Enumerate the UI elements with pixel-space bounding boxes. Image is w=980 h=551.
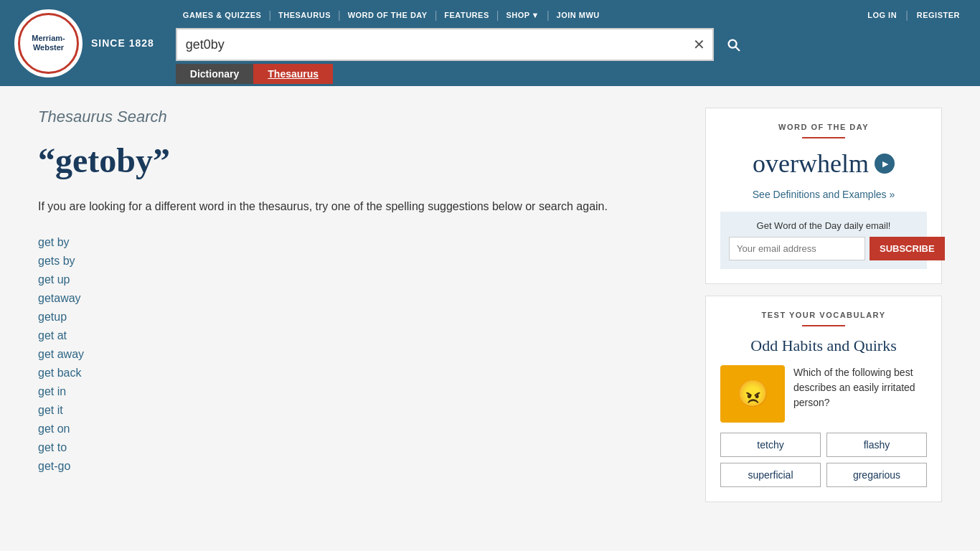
nav-sep-right: | [905, 9, 908, 21]
nav-search-area: GAMES & QUIZZES | THESAURUS | WORD OF TH… [176, 2, 966, 84]
list-item[interactable]: get-go [38, 460, 70, 472]
wotd-word: overwhelm [720, 149, 927, 179]
wotd-email-section: Get Word of the Day daily email! SUBSCRI… [720, 212, 927, 269]
right-sidebar: WORD OF THE DAY overwhelm See Definition… [705, 108, 942, 502]
vocab-card: TEST YOUR VOCABULARY Odd Habits and Quir… [705, 296, 942, 502]
dict-thes-tabs: Dictionary Thesaurus [176, 64, 966, 84]
list-item[interactable]: getup [38, 311, 67, 323]
logo-circle: Merriam- Webster [14, 9, 83, 77]
list-item[interactable]: get on [38, 423, 70, 435]
suggestion-text: If you are looking for a different word … [38, 197, 684, 216]
top-nav: GAMES & QUIZZES | THESAURUS | WORD OF TH… [176, 2, 966, 28]
search-row: ✕ [176, 28, 966, 61]
wotd-divider [802, 137, 845, 138]
search-box: ✕ [176, 28, 714, 61]
shop-chevron-icon: ▼ [532, 11, 540, 19]
logo-line1: Merriam- [32, 34, 65, 43]
vocab-question: Which of the following best describes an… [793, 365, 927, 423]
vocab-emoji: 😠 [737, 379, 769, 409]
wotd-word-text: overwhelm [753, 149, 869, 179]
list-item[interactable]: get to [38, 441, 67, 453]
vocab-image: 😠 [720, 365, 785, 423]
vocab-option-button[interactable]: superficial [720, 463, 821, 487]
subscribe-button[interactable]: SUBSCRIBE [870, 237, 945, 260]
list-item[interactable]: get it [38, 404, 63, 416]
nav-thesaurus[interactable]: THESAURUS [271, 8, 338, 22]
clear-search-button[interactable]: ✕ [686, 36, 712, 53]
nav-right-links: LOG IN | REGISTER [862, 8, 966, 22]
site-header: Merriam- Webster SINCE 1828 GAMES & QUIZ… [0, 0, 980, 86]
dictionary-tab[interactable]: Dictionary [176, 64, 253, 84]
audio-icon[interactable] [875, 154, 895, 174]
wotd-definitions-link[interactable]: See Definitions and Examples » [720, 189, 927, 200]
register-link[interactable]: REGISTER [911, 8, 966, 22]
search-icon [725, 37, 741, 52]
list-item[interactable]: getaway [38, 292, 81, 304]
vocab-option-button[interactable]: gregarious [826, 463, 927, 487]
logo-inner: Merriam- Webster [18, 13, 79, 74]
vocab-label: TEST YOUR VOCABULARY [720, 311, 927, 319]
nav-join-mwu[interactable]: JOIN MWU [550, 8, 607, 22]
list-item[interactable]: get at [38, 329, 67, 342]
vocab-title: Odd Habits and Quirks [720, 336, 927, 355]
wotd-card: WORD OF THE DAY overwhelm See Definition… [705, 108, 942, 284]
list-item[interactable]: get away [38, 348, 84, 360]
main-content: Thesaurus Search “getoby” If you are loo… [24, 86, 956, 524]
logo-line2: Webster [33, 43, 64, 52]
list-item[interactable]: get by [38, 236, 70, 248]
email-row: SUBSCRIBE [729, 237, 918, 260]
vocab-image-row: 😠 Which of the following best describes … [720, 365, 927, 423]
since-text: SINCE 1828 [91, 37, 154, 49]
logo-area: Merriam- Webster SINCE 1828 [14, 9, 154, 77]
nav-features[interactable]: FEATURES [437, 8, 496, 22]
log-in-link[interactable]: LOG IN [862, 8, 903, 22]
search-button[interactable] [715, 28, 751, 61]
list-item[interactable]: get in [38, 385, 66, 397]
vocab-options: tetchyflashysuperficialgregarious [720, 433, 927, 487]
search-input[interactable] [177, 37, 686, 52]
nav-word-of-the-day[interactable]: WORD OF THE DAY [341, 8, 435, 22]
search-term-display: “getoby” [38, 141, 684, 180]
vocab-option-button[interactable]: flashy [826, 433, 927, 457]
vocab-divider [802, 325, 845, 326]
nav-links: GAMES & QUIZZES | THESAURUS | WORD OF TH… [176, 8, 859, 22]
list-item[interactable]: get back [38, 367, 81, 379]
email-input[interactable] [729, 237, 865, 260]
list-item[interactable]: get up [38, 273, 70, 286]
nav-shop[interactable]: SHOP ▼ [499, 8, 547, 22]
left-content: Thesaurus Search “getoby” If you are loo… [38, 108, 684, 502]
list-item[interactable]: gets by [38, 255, 75, 267]
vocab-option-button[interactable]: tetchy [720, 433, 821, 457]
page-subtitle: Thesaurus Search [38, 108, 684, 126]
wotd-label: WORD OF THE DAY [720, 123, 927, 131]
thesaurus-tab[interactable]: Thesaurus [253, 64, 333, 84]
wotd-email-label: Get Word of the Day daily email! [729, 220, 918, 231]
suggestions-list: get bygets byget upgetawaygetupget atget… [38, 236, 684, 473]
nav-games-quizzes[interactable]: GAMES & QUIZZES [176, 8, 269, 22]
